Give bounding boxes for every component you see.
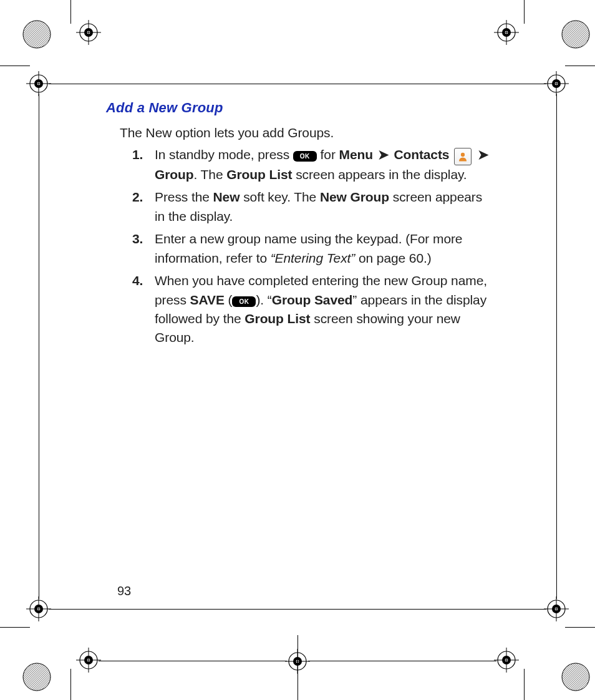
print-mark-sun-tr	[560, 19, 591, 50]
text: In standby mode, press	[155, 147, 293, 162]
svg-point-11	[505, 31, 508, 34]
crop-line	[524, 669, 525, 700]
svg-point-21	[555, 82, 558, 85]
svg-point-49	[461, 153, 465, 157]
svg-point-1	[562, 21, 589, 48]
svg-point-25	[34, 605, 43, 613]
svg-point-3	[562, 663, 589, 691]
print-reg-mark	[26, 71, 51, 96]
print-reg-mark	[494, 20, 519, 45]
section-heading: Add a New Group	[106, 100, 493, 116]
print-reg-mark	[26, 596, 51, 621]
text: . The	[194, 167, 227, 182]
crop-line	[49, 84, 546, 84]
step-3: Enter a new group name using the keypad.…	[120, 230, 493, 268]
crop-line	[70, 669, 71, 700]
svg-point-41	[505, 659, 508, 662]
crop-line	[49, 609, 546, 610]
svg-point-4	[80, 24, 97, 41]
arrow-icon: ➤	[476, 147, 490, 162]
text: ). “	[256, 293, 271, 307]
svg-point-5	[84, 28, 93, 37]
print-reg-mark	[76, 648, 101, 673]
print-reg-mark	[544, 596, 569, 621]
crop-line	[524, 0, 525, 24]
step-4: When you have completed entering the new…	[120, 271, 493, 348]
contacts-icon	[454, 148, 472, 165]
text: (	[225, 293, 233, 307]
steps-list: In standby mode, press OK for Menu ➤ Con…	[120, 145, 493, 348]
group-list-label: Group List	[244, 311, 310, 326]
entering-text-ref: “Entering Text”	[271, 251, 355, 265]
print-reg-mark	[494, 648, 519, 673]
crop-line	[0, 66, 30, 66]
new-group-label: New Group	[320, 190, 389, 204]
svg-point-6	[87, 31, 90, 34]
svg-point-9	[498, 24, 515, 41]
crop-line	[298, 635, 298, 700]
svg-point-0	[23, 21, 51, 48]
ok-key-icon: OK	[232, 296, 256, 307]
svg-point-26	[37, 608, 41, 611]
svg-point-31	[555, 608, 558, 611]
svg-point-10	[502, 28, 511, 37]
crop-line	[0, 627, 30, 628]
crop-line	[565, 66, 595, 66]
crop-line	[556, 94, 557, 374]
print-mark-sun-tl	[21, 19, 52, 50]
text: screen appears in the display.	[292, 167, 467, 182]
manual-page: Add a New Group The New option lets you …	[0, 0, 595, 700]
text: Press the	[155, 190, 213, 204]
print-reg-mark	[544, 71, 569, 96]
new-softkey-label: New	[213, 190, 240, 204]
contacts-label: Contacts	[394, 147, 449, 162]
print-mark-sun-bl	[21, 661, 52, 693]
svg-point-14	[30, 75, 47, 92]
crop-line	[39, 94, 39, 374]
page-number: 93	[117, 584, 131, 598]
svg-point-34	[80, 651, 97, 669]
step-2: Press the New soft key. The New Group sc…	[120, 188, 493, 226]
group-list-label: Group List	[226, 167, 292, 182]
text: on page 60.)	[355, 251, 431, 265]
save-label: SAVE	[190, 293, 225, 307]
step-1: In standby mode, press OK for Menu ➤ Con…	[120, 145, 493, 184]
text: soft key. The	[239, 190, 319, 204]
svg-point-24	[30, 600, 47, 618]
crop-line	[565, 627, 595, 628]
print-mark-sun-br	[560, 661, 591, 693]
svg-point-39	[498, 651, 515, 669]
intro-text: The New option lets you add Groups.	[120, 125, 493, 142]
crop-line	[308, 661, 496, 661]
svg-point-19	[548, 75, 565, 92]
crop-line	[556, 374, 557, 599]
menu-label: Menu	[339, 147, 373, 162]
page-content: Add a New Group The New option lets you …	[106, 100, 493, 351]
svg-point-2	[23, 663, 51, 691]
print-reg-mark	[76, 20, 101, 45]
crop-line	[70, 0, 71, 24]
group-saved-label: Group Saved	[272, 293, 353, 307]
svg-point-40	[502, 656, 511, 664]
text: for	[321, 147, 339, 162]
svg-point-16	[37, 82, 41, 85]
group-label: Group	[155, 167, 194, 182]
crop-line	[39, 374, 39, 599]
svg-point-20	[552, 79, 561, 88]
svg-point-30	[552, 605, 561, 613]
svg-point-35	[84, 656, 93, 664]
svg-point-15	[34, 79, 43, 88]
crop-line	[99, 661, 287, 661]
svg-point-29	[548, 600, 565, 618]
arrow-icon: ➤	[377, 147, 390, 162]
svg-point-36	[87, 659, 90, 662]
ok-key-icon: OK	[293, 151, 317, 162]
